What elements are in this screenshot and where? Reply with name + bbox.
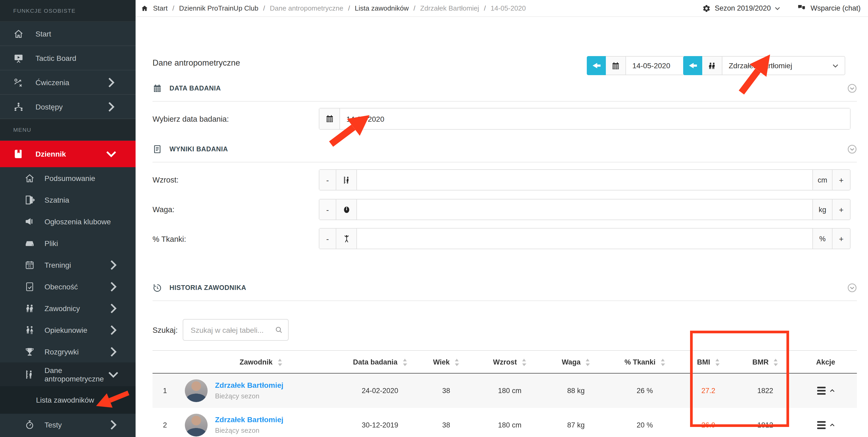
decrement-button[interactable]: - bbox=[319, 199, 336, 220]
header-data-badania[interactable]: Data badania bbox=[344, 351, 416, 373]
prev-date-button[interactable] bbox=[587, 56, 606, 75]
divider bbox=[153, 101, 857, 102]
topbar-right: Sezon 2019/2020 Wsparcie (chat) bbox=[702, 4, 861, 13]
decrement-button[interactable]: - bbox=[319, 229, 336, 249]
chevron-up-icon bbox=[830, 423, 834, 428]
section-historia-zawodnika: HISTORIA ZAWODNIKA bbox=[153, 282, 857, 294]
height-measure-icon bbox=[336, 170, 357, 190]
sidebar-item-ogloszenia[interactable]: Ogłoszenia klubowe bbox=[0, 210, 135, 232]
locker-room-icon bbox=[24, 195, 35, 205]
sort-icon[interactable] bbox=[277, 358, 282, 366]
sidebar-item-testy[interactable]: Testy bbox=[0, 414, 135, 435]
sidebar-item-dostepy[interactable]: Dostępy bbox=[0, 95, 135, 119]
chevron-right-icon bbox=[108, 281, 119, 292]
fat-cell: 26 % bbox=[609, 373, 681, 408]
breadcrumb-date[interactable]: 14-05-2020 bbox=[491, 4, 526, 12]
height-unit: cm bbox=[812, 170, 832, 190]
sidebar-item-podsumowanie[interactable]: Podsumowanie bbox=[0, 167, 135, 189]
decrement-button[interactable]: - bbox=[319, 170, 336, 190]
sidebar-item-opiekunowie[interactable]: Opiekunowie bbox=[0, 319, 135, 341]
search-box bbox=[183, 319, 289, 341]
header-wzrost[interactable]: Wzrost bbox=[477, 351, 543, 373]
weight-input[interactable] bbox=[357, 199, 812, 220]
breadcrumb-separator: / bbox=[263, 4, 265, 12]
sidebar-item-tactic-board[interactable]: Tactic Board bbox=[0, 46, 135, 70]
increment-button[interactable]: + bbox=[832, 199, 850, 220]
breadcrumb-player[interactable]: Zdrzałek Bartłomiej bbox=[420, 4, 479, 12]
header-tkanki[interactable]: % Tkanki bbox=[609, 351, 681, 373]
height-input[interactable] bbox=[357, 170, 812, 190]
header-bmi[interactable]: BMI bbox=[681, 351, 736, 373]
history-table: Zawodnik Data badania Wiek Wzrost Waga %… bbox=[153, 350, 857, 437]
sort-icon[interactable] bbox=[522, 358, 526, 366]
topbar: Start / Dziennik ProTrainUp Club / Dane … bbox=[135, 0, 868, 17]
sidebar-item-pliki[interactable]: Pliki bbox=[0, 232, 135, 254]
collapse-section-icon[interactable] bbox=[847, 144, 857, 154]
sidebar-item-lista-zawodnikow[interactable]: Lista zawodników bbox=[0, 386, 135, 414]
sidebar-item-szatnia[interactable]: Szatnia bbox=[0, 189, 135, 210]
sort-icon[interactable] bbox=[455, 358, 459, 366]
sidebar-item-zawodnicy[interactable]: Zawodnicy bbox=[0, 297, 135, 319]
sort-icon[interactable] bbox=[660, 358, 665, 366]
row-index: 1 bbox=[153, 373, 178, 408]
sidebar-item-obecnosc[interactable]: Obecność bbox=[0, 276, 135, 297]
header-waga[interactable]: Waga bbox=[543, 351, 609, 373]
player-link[interactable]: Zdrzałek Bartłomiej bbox=[215, 414, 283, 426]
chevron-right-icon bbox=[108, 325, 119, 335]
date-nav-value[interactable]: 14-05-2020 bbox=[626, 56, 684, 75]
weight-cell: 87 kg bbox=[543, 408, 609, 437]
breadcrumb-dane-antropometryczne[interactable]: Dane antropometryczne bbox=[270, 4, 343, 12]
player-link[interactable]: Zdrzałek Bartłomiej bbox=[215, 380, 283, 391]
sidebar-item-label: Treningi bbox=[44, 261, 108, 269]
search-input[interactable] bbox=[190, 325, 275, 335]
divider bbox=[153, 301, 857, 301]
svg-text:31: 31 bbox=[28, 264, 32, 268]
players-icon bbox=[24, 303, 35, 313]
age-cell: 38 bbox=[416, 408, 477, 437]
player-select[interactable]: Zdrzałek Bartłomiej bbox=[722, 56, 845, 75]
fat-input[interactable] bbox=[357, 229, 812, 249]
chevron-down-icon bbox=[106, 149, 117, 159]
sidebar-item-rozgrywki[interactable]: Rozgrywki bbox=[0, 341, 135, 362]
season-selector[interactable]: Sezon 2019/2020 bbox=[702, 4, 780, 12]
home-icon[interactable] bbox=[141, 4, 148, 12]
sort-icon[interactable] bbox=[773, 358, 778, 366]
date-input[interactable] bbox=[340, 108, 850, 129]
sort-icon[interactable] bbox=[402, 358, 407, 366]
row-actions-menu[interactable] bbox=[817, 421, 834, 429]
section-wyniki-badania: WYNIKI BADANIA bbox=[153, 143, 857, 155]
prev-player-button[interactable] bbox=[683, 56, 702, 75]
sidebar-item-start[interactable]: Start bbox=[0, 22, 135, 46]
sort-icon[interactable] bbox=[715, 358, 720, 366]
breadcrumb-start[interactable]: Start bbox=[153, 4, 167, 12]
breadcrumb-dziennik-club[interactable]: Dziennik ProTrainUp Club bbox=[179, 4, 258, 12]
sidebar-item-dane-antropometryczne[interactable]: Dane antropometryczne bbox=[0, 362, 135, 386]
sort-icon[interactable] bbox=[586, 358, 590, 366]
header-zawodnik[interactable]: Zawodnik bbox=[178, 351, 344, 373]
breadcrumb-separator: / bbox=[173, 4, 174, 12]
trainings-calendar-icon: 31 bbox=[24, 260, 35, 270]
collapse-section-icon[interactable] bbox=[847, 83, 857, 93]
guardians-icon bbox=[24, 325, 35, 335]
row-actions-menu[interactable] bbox=[817, 387, 834, 395]
header-bmr[interactable]: BMR bbox=[736, 351, 795, 373]
breadcrumb-lista-zawodnikow[interactable]: Lista zawodników bbox=[355, 4, 409, 12]
megaphone-icon bbox=[24, 216, 35, 227]
sidebar-item-label: Dziennik bbox=[35, 150, 106, 158]
sidebar-item-label: Ćwiczenia bbox=[35, 78, 106, 87]
players-icon bbox=[702, 56, 722, 75]
collapse-section-icon[interactable] bbox=[847, 283, 857, 293]
support-label: Wsparcie (chat) bbox=[810, 4, 861, 12]
actions-cell bbox=[795, 373, 857, 408]
header-wiek[interactable]: Wiek bbox=[416, 351, 477, 373]
anthropometry-icon bbox=[24, 369, 35, 380]
sidebar-item-label: Dostępy bbox=[35, 102, 106, 111]
sidebar-item-treningi[interactable]: 31 Treningi bbox=[0, 254, 135, 276]
increment-button[interactable]: + bbox=[832, 170, 850, 190]
support-chat-button[interactable]: Wsparcie (chat) bbox=[797, 4, 861, 13]
table-row: 2 Zdrzałek Bartłomiej Bieżący sezon 30-1… bbox=[153, 408, 857, 437]
gear-icon bbox=[702, 4, 710, 12]
sidebar-item-cwiczenia[interactable]: Ćwiczenia bbox=[0, 70, 135, 95]
sidebar-item-dziennik[interactable]: Dziennik bbox=[0, 141, 135, 167]
increment-button[interactable]: + bbox=[832, 229, 850, 249]
